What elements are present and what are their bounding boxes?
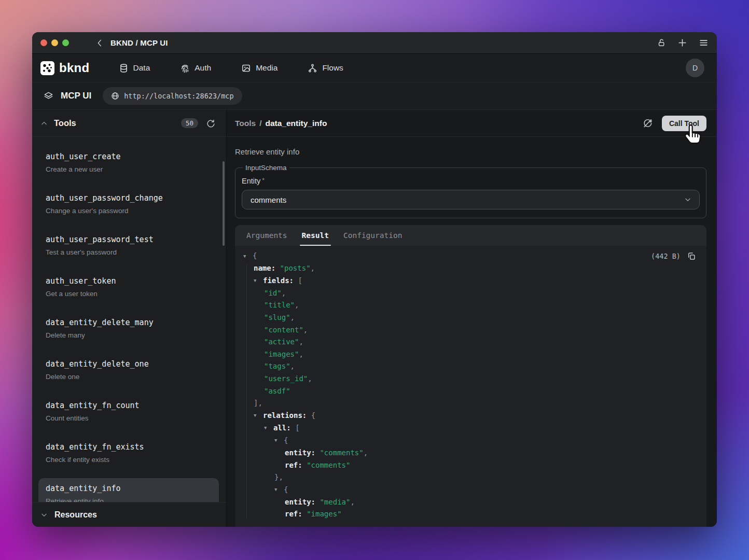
breadcrumb-section[interactable]: Tools [235, 119, 256, 128]
json-line: ▼fields: [ [235, 275, 706, 287]
tool-item-data_entity_fn_count[interactable]: data_entity_fn_countCount entities [38, 395, 219, 428]
sidebar-scrollbar[interactable] [223, 161, 225, 246]
tools-sidebar: Tools 50 auth_user_createCreate a new us… [32, 110, 227, 527]
desktop-background: BKND / MCP UI [0, 0, 749, 560]
collapse-toggle-icon[interactable]: ▼ [243, 250, 253, 263]
json-key: name: [254, 264, 280, 272]
tool-item-data_entity_info[interactable]: data_entity_infoRetrieve entity info [38, 478, 219, 502]
refresh-off-icon [643, 118, 653, 128]
refresh-tools-button[interactable] [206, 119, 215, 128]
nav-item-label: Auth [195, 63, 211, 73]
tool-name: data_entity_delete_one [46, 359, 212, 369]
json-punct: , [308, 374, 312, 383]
lock-button[interactable] [657, 38, 666, 47]
breadcrumb-separator: / [259, 119, 261, 128]
tool-description: Count entities [46, 414, 212, 423]
tool-description: Delete one [46, 372, 212, 381]
server-url-pill[interactable]: http://localhost:28623/mcp [103, 87, 242, 105]
resources-section-label: Resources [54, 510, 97, 520]
json-punct: , [299, 350, 303, 358]
back-button[interactable] [93, 36, 106, 50]
tools-section-header[interactable]: Tools 50 [32, 110, 226, 137]
tab-result[interactable]: Result [295, 225, 336, 246]
collapse-toggle-icon[interactable]: ▼ [254, 275, 263, 287]
json-line: entity: "comments", [235, 447, 706, 459]
json-line: ▼all: [ [235, 422, 706, 435]
input-schema-fieldset: InputSchema Entity* comments [235, 164, 706, 218]
tool-item-auth_user_create[interactable]: auth_user_createCreate a new user [38, 146, 219, 179]
json-punct: { [284, 436, 288, 444]
tab-arguments[interactable]: Arguments [239, 225, 295, 246]
tool-item-data_entity_fn_exists[interactable]: data_entity_fn_existsCheck if entity exi… [38, 437, 219, 470]
window-titlebar: BKND / MCP UI [32, 32, 717, 54]
collapse-toggle-icon[interactable]: ▼ [264, 422, 273, 435]
tools-section-label: Tools [54, 118, 76, 128]
fingerprint-icon [180, 63, 190, 73]
chevron-left-icon [95, 38, 104, 48]
tool-description: Change a user's password [46, 206, 212, 215]
json-string: "comments" [320, 449, 363, 457]
json-punct: { [284, 485, 288, 494]
result-card: ArgumentsResultConfiguration (442 B) ▼{n… [235, 225, 706, 527]
json-string: "users_id" [264, 374, 308, 383]
tool-item-data_entity_delete_one[interactable]: data_entity_delete_oneDelete one [38, 354, 219, 387]
json-key: entity: [285, 498, 320, 506]
nav-item-auth[interactable]: Auth [180, 63, 211, 73]
nav-item-label: Data [133, 63, 150, 73]
tool-item-data_entity_delete_many[interactable]: data_entity_delete_manyDelete many [38, 312, 219, 345]
tool-item-auth_user_password_change[interactable]: auth_user_password_changeChange a user's… [38, 188, 219, 221]
user-avatar[interactable]: D [686, 59, 704, 77]
json-string: "id" [264, 289, 282, 297]
json-line: "users_id", [235, 373, 706, 385]
minimize-button[interactable] [51, 39, 58, 46]
nav-item-media[interactable]: Media [241, 63, 278, 73]
call-tool-button[interactable]: Call Tool [662, 116, 706, 131]
tool-item-auth_user_password_test[interactable]: auth_user_password_testTest a user's pas… [38, 229, 219, 262]
json-line: ▼relations: { [235, 410, 706, 422]
new-tab-button[interactable] [677, 38, 687, 48]
brand-logo[interactable]: bknd [40, 61, 90, 75]
close-button[interactable] [40, 39, 47, 46]
json-line: "images", [235, 348, 706, 361]
entity-select[interactable]: comments [242, 190, 700, 209]
json-key: ref: [285, 461, 307, 469]
json-punct: { [253, 251, 257, 260]
json-line: ref: "images" [235, 508, 706, 521]
window-title: BKND / MCP UI [110, 38, 168, 47]
server-bar: MCP UI http://localhost:28623/mcp [32, 82, 717, 110]
json-string: "slug" [264, 313, 290, 321]
tool-name: auth_user_create [46, 151, 212, 162]
json-punct: ], [254, 399, 262, 407]
lock-open-icon [657, 38, 666, 47]
nav-item-flows[interactable]: Flows [308, 63, 343, 73]
tool-item-auth_user_token[interactable]: auth_user_tokenGet a user token [38, 271, 219, 304]
json-line: ▼{ [235, 435, 706, 447]
required-mark: * [262, 177, 265, 184]
json-punct: , [299, 338, 303, 346]
tab-configuration[interactable]: Configuration [336, 225, 410, 246]
workflow-icon [308, 63, 317, 73]
tool-description: Test a user's password [46, 248, 212, 257]
chevron-up-icon [40, 120, 48, 127]
collapse-toggle-icon[interactable]: ▼ [274, 435, 284, 447]
json-string: "images" [264, 350, 299, 358]
json-punct: }, [274, 473, 283, 481]
resources-section-header[interactable]: Resources [32, 502, 226, 527]
collapse-toggle-icon[interactable]: ▼ [274, 484, 284, 496]
main-panel: Tools / data_entity_info Call Tool Retri… [227, 110, 717, 527]
json-string: "title" [264, 301, 295, 309]
json-punct: , [350, 498, 354, 506]
json-string: "media" [320, 498, 350, 506]
json-string: "comments" [307, 461, 350, 469]
json-line: ], [235, 397, 706, 410]
zoom-button[interactable] [62, 39, 69, 46]
tool-name: auth_user_token [46, 276, 212, 286]
menu-button[interactable] [699, 38, 709, 48]
collapse-toggle-icon[interactable]: ▼ [254, 410, 263, 422]
json-punct: , [282, 289, 286, 297]
app-navbar: bknd Data Auth Media Flows [32, 54, 717, 82]
json-key: fields: [263, 276, 298, 285]
nav-item-data[interactable]: Data [119, 63, 150, 73]
auto-refresh-toggle[interactable] [643, 118, 653, 128]
json-line: ref: "comments" [235, 459, 706, 472]
